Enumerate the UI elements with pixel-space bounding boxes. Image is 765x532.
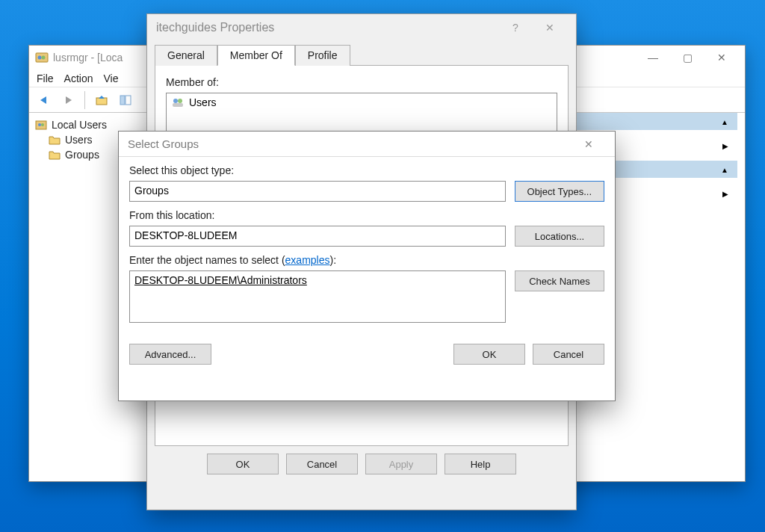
close-icon: ✕ — [717, 52, 726, 64]
object-type-section: Select this object type: Groups Object T… — [129, 164, 604, 202]
tab-profile[interactable]: Profile — [295, 45, 350, 66]
check-names-button[interactable]: Check Names — [515, 270, 604, 291]
folder-icon — [49, 134, 61, 146]
svg-point-8 — [41, 123, 44, 126]
toolbar-separator — [84, 91, 85, 109]
tree-item-users-label: Users — [65, 134, 93, 146]
select-groups-dialog: Select Groups ✕ Select this object type:… — [118, 131, 616, 401]
close-icon: ✕ — [545, 22, 554, 34]
location-label: From this location: — [129, 209, 604, 221]
cancel-button[interactable]: Cancel — [286, 454, 358, 474]
select-groups-titlebar[interactable]: Select Groups ✕ — [119, 132, 615, 157]
help-icon: ? — [512, 22, 518, 34]
chevron-right-icon — [722, 188, 728, 199]
cancel-button[interactable]: Cancel — [533, 344, 604, 365]
svg-point-10 — [178, 99, 182, 103]
collapse-icon — [721, 164, 728, 175]
close-button[interactable]: ✕ — [572, 133, 606, 155]
tree-item-groups-label: Groups — [65, 149, 99, 161]
object-names-label: Enter the object names to select (exampl… — [129, 254, 604, 266]
properties-dialog-buttons: OK Cancel Apply Help — [147, 446, 576, 483]
location-field: DESKTOP-8LUDEEM — [129, 226, 506, 247]
forward-button[interactable] — [58, 90, 78, 111]
properties-title-text: itechguides Properties — [156, 21, 274, 34]
object-names-value: DESKTOP-8LUDEEM\Administrators — [134, 274, 307, 286]
minimize-icon: — — [648, 52, 658, 64]
svg-rect-6 — [36, 121, 46, 129]
menu-view[interactable]: Vie — [103, 72, 118, 84]
object-names-section: Enter the object names to select (exampl… — [129, 254, 604, 323]
chevron-right-icon — [722, 140, 728, 151]
member-of-label: Member of: — [166, 76, 557, 88]
select-groups-title-text: Select Groups — [128, 137, 199, 150]
svg-rect-3 — [96, 98, 107, 105]
svg-rect-4 — [120, 96, 125, 105]
menu-file[interactable]: File — [37, 72, 54, 84]
close-icon: ✕ — [584, 138, 593, 150]
tree-root-item[interactable]: Local Users — [32, 117, 145, 132]
group-icon — [171, 96, 185, 108]
advanced-button[interactable]: Advanced... — [129, 344, 211, 365]
object-type-label: Select this object type: — [129, 164, 604, 176]
svg-point-1 — [38, 56, 42, 60]
lusrmgr-title-text: lusrmgr - [Loca — [53, 52, 123, 64]
select-groups-bottom-buttons: Advanced... OK Cancel — [119, 338, 615, 374]
properties-tabstrip: General Member Of Profile — [147, 44, 576, 65]
object-types-button[interactable]: Object Types... — [515, 181, 604, 202]
users-groups-icon — [35, 119, 47, 131]
maximize-button[interactable]: ▢ — [670, 46, 704, 69]
help-button[interactable]: Help — [445, 454, 516, 474]
maximize-icon: ▢ — [683, 52, 693, 64]
folder-icon — [49, 149, 61, 161]
location-section: From this location: DESKTOP-8LUDEEM Loca… — [129, 209, 604, 247]
lusrmgr-app-icon — [35, 51, 49, 64]
examples-link[interactable]: examples — [285, 254, 330, 266]
object-type-field: Groups — [129, 181, 506, 202]
tab-general[interactable]: General — [155, 45, 217, 66]
svg-point-9 — [173, 99, 178, 103]
actions-header-1[interactable] — [558, 113, 737, 130]
list-item-label: Users — [189, 96, 217, 108]
ok-button[interactable]: OK — [207, 454, 279, 474]
ok-button[interactable]: OK — [453, 344, 525, 365]
list-item[interactable]: Users — [168, 95, 555, 110]
menu-action[interactable]: Action — [64, 72, 93, 84]
select-groups-body: Select this object type: Groups Object T… — [119, 157, 615, 338]
collapse-icon — [721, 116, 728, 127]
locations-button[interactable]: Locations... — [515, 226, 604, 247]
svg-rect-5 — [126, 96, 131, 105]
close-button[interactable]: ✕ — [704, 46, 739, 69]
close-button[interactable]: ✕ — [533, 16, 567, 39]
lusrmgr-caption-buttons: — ▢ ✕ — [636, 46, 739, 69]
tree-root-label: Local Users — [52, 119, 107, 131]
help-button[interactable]: ? — [498, 16, 533, 39]
svg-point-2 — [42, 56, 46, 60]
object-names-input[interactable]: DESKTOP-8LUDEEM\Administrators — [129, 270, 506, 323]
back-button[interactable] — [34, 90, 55, 111]
show-hide-tree-button[interactable] — [115, 90, 136, 111]
minimize-button[interactable]: — — [636, 46, 670, 69]
object-names-label-pre: Enter the object names to select ( — [129, 254, 285, 266]
up-folder-button[interactable] — [91, 90, 112, 111]
properties-titlebar[interactable]: itechguides Properties ? ✕ — [147, 14, 576, 41]
tab-member-of[interactable]: Member Of — [217, 45, 295, 66]
svg-rect-11 — [173, 103, 183, 107]
apply-button[interactable]: Apply — [365, 454, 437, 474]
svg-point-7 — [38, 123, 41, 126]
object-names-label-post: ): — [329, 254, 336, 266]
